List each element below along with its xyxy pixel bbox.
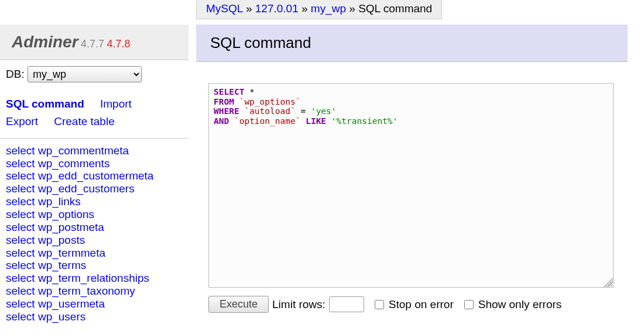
execute-controls: Execute Limit rows: Stop on error Show o… xyxy=(208,296,614,313)
breadcrumb: MySQL » 127.0.01 » my_wp » SQL command xyxy=(196,0,442,19)
crumb-sep: » xyxy=(299,2,311,15)
logo: Adminer 4.7.7 4.7.8 xyxy=(0,25,189,60)
db-label: DB: xyxy=(6,68,25,80)
link-import[interactable]: Import xyxy=(100,98,132,110)
table-link[interactable]: select wp_usermeta xyxy=(6,298,189,310)
link-export[interactable]: Export xyxy=(6,115,38,127)
table-link[interactable]: select wp_users xyxy=(6,310,189,323)
table-link[interactable]: select wp_commentmeta xyxy=(6,144,189,157)
table-link[interactable]: select wp_term_taxonomy xyxy=(6,285,189,298)
page-title: SQL command xyxy=(210,34,614,52)
db-selector-row: DB: my_wp xyxy=(0,60,189,89)
table-link[interactable]: select wp_links xyxy=(6,195,189,208)
only-errors-label: Show only errors xyxy=(478,298,562,311)
stop-on-error-checkbox[interactable] xyxy=(375,300,384,309)
execute-button[interactable]: Execute xyxy=(208,296,269,313)
table-link[interactable]: select wp_terms xyxy=(6,259,189,272)
crumb-sep: » xyxy=(346,2,358,15)
table-link[interactable]: select wp_options xyxy=(6,208,189,221)
link-create-table[interactable]: Create table xyxy=(54,115,115,127)
crumb-db[interactable]: my_wp xyxy=(311,2,346,15)
page-header: SQL command xyxy=(196,25,628,62)
crumb-page: SQL command xyxy=(358,2,432,15)
sidebar: Adminer 4.7.7 4.7.8 DB: my_wp SQL comman… xyxy=(0,25,189,335)
product-name: Adminer xyxy=(12,33,78,51)
crumb-driver[interactable]: MySQL xyxy=(206,2,243,15)
table-link[interactable]: select wp_termmeta xyxy=(6,247,189,260)
crumb-sep: » xyxy=(243,2,255,15)
table-link[interactable]: select wp_postmeta xyxy=(6,221,189,234)
main: SELECT * FROM `wp_options` WHERE `autolo… xyxy=(208,83,614,313)
limit-label: Limit rows: xyxy=(272,298,326,311)
new-version-link[interactable]: 4.7.8 xyxy=(107,38,131,50)
limit-rows-input[interactable] xyxy=(329,296,364,312)
link-sql-command[interactable]: SQL command xyxy=(6,98,84,110)
side-actions: SQL command Import Export Create table xyxy=(0,89,189,139)
table-link[interactable]: select wp_posts xyxy=(6,234,189,247)
only-errors-checkbox[interactable] xyxy=(464,300,474,309)
table-link[interactable]: select wp_term_relationships xyxy=(6,272,189,285)
crumb-host[interactable]: 127.0.01 xyxy=(255,2,299,15)
table-link[interactable]: select wp_edd_customers xyxy=(6,182,189,195)
sql-editor[interactable]: SELECT * FROM `wp_options` WHERE `autolo… xyxy=(208,83,614,288)
stop-on-error-label: Stop on error xyxy=(389,298,454,311)
table-link[interactable]: select wp_comments xyxy=(6,157,189,170)
table-list: select wp_commentmetaselect wp_commentss… xyxy=(0,139,189,323)
table-link[interactable]: select wp_edd_customermeta xyxy=(6,170,189,182)
db-select[interactable]: my_wp xyxy=(28,66,142,82)
product-version: 4.7.7 xyxy=(81,38,104,50)
